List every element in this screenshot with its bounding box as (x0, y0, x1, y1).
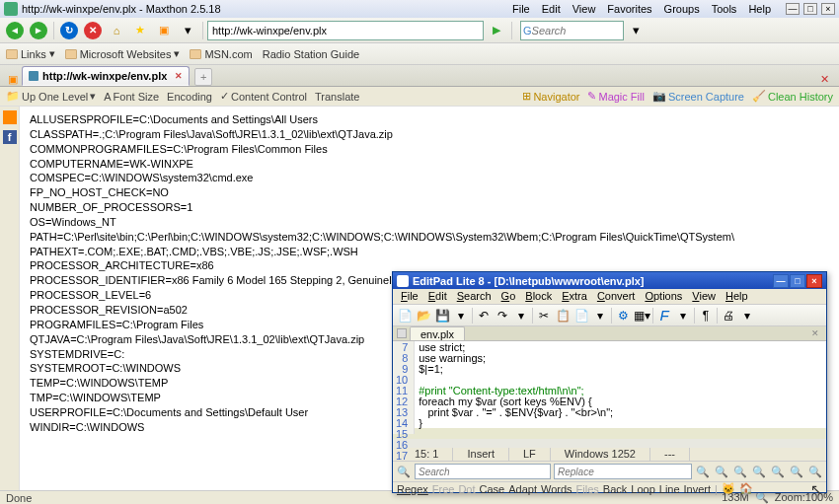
editpad-minimize-button[interactable]: — (773, 274, 789, 288)
redo-dropdown-icon[interactable]: ▾ (512, 307, 530, 324)
editpad-opt-case[interactable]: Case (480, 483, 505, 495)
close-button[interactable]: × (821, 3, 835, 15)
copy-icon[interactable]: 📋 (554, 307, 572, 324)
links-folder[interactable]: Links ▾ (6, 47, 55, 60)
search-box[interactable]: G (520, 21, 624, 40)
search-all-icon[interactable]: 🔍 (732, 464, 748, 479)
screen-capture-button[interactable]: 📷Screen Capture (652, 90, 744, 103)
close-all-tabs-button[interactable]: ✕ (814, 73, 835, 86)
menu-groups[interactable]: Groups (659, 1, 705, 17)
new-file-icon[interactable]: 📄 (396, 307, 414, 324)
content-control-button[interactable]: ✓Content Control (220, 90, 307, 103)
redo-icon[interactable]: ↷ (494, 307, 511, 324)
clean-history-button[interactable]: 🧹Clean History (752, 90, 833, 103)
browser-tab[interactable]: http://wk-winxpe/env.plx ✕ (22, 66, 190, 86)
address-bar[interactable] (207, 21, 484, 40)
link-ms-websites[interactable]: Microsoft Websites ▾ (65, 47, 181, 60)
editpad-maximize-button[interactable]: □ (790, 274, 805, 288)
editpad-menu-convert[interactable]: Convert (593, 289, 640, 304)
up-one-level-button[interactable]: 📁Up One Level ▾ (6, 90, 96, 103)
editpad-menu-options[interactable]: Options (641, 289, 686, 304)
editpad-editor[interactable]: 7 8 9 10 11 12 13 14 15 16 17 use strict… (393, 341, 826, 435)
font-size-button[interactable]: A Font Size (104, 91, 159, 103)
editpad-opt-back[interactable]: Back (603, 483, 627, 495)
editpad-opt-loop[interactable]: Loop (631, 483, 654, 495)
print-icon[interactable]: 🖨 (720, 307, 737, 324)
settings-icon[interactable]: ⚙ (614, 307, 632, 324)
back-button[interactable]: ◄ (4, 20, 26, 41)
history-button[interactable]: ▾ (177, 20, 198, 41)
wrap-icon[interactable]: ¶ (697, 307, 715, 324)
editpad-close-button[interactable]: × (806, 274, 822, 288)
editpad-opt-regex[interactable]: Regex (397, 483, 428, 495)
editpad-menu-edit[interactable]: Edit (424, 289, 451, 304)
editpad-menu-extra[interactable]: Extra (558, 289, 591, 304)
editpad-menu-block[interactable]: Block (521, 289, 556, 304)
search-input[interactable] (532, 25, 621, 36)
go-button[interactable]: ▶ (486, 20, 507, 41)
search-zoom-icon[interactable]: 🔍 (770, 464, 786, 479)
forward-button[interactable]: ► (28, 20, 49, 41)
editpad-mascot-icon[interactable]: 🐱 (722, 482, 735, 495)
search-opt-icon[interactable]: 🔍 (789, 464, 804, 479)
editpad-opt-free[interactable]: Free (432, 483, 455, 495)
editpad-home-icon[interactable]: 🏠 (739, 482, 753, 495)
tab-close-button[interactable]: ✕ (175, 71, 183, 81)
undo-icon[interactable]: ↶ (475, 307, 493, 324)
stop-button[interactable]: ✕ (82, 20, 104, 41)
editpad-menu-help[interactable]: Help (722, 289, 752, 304)
editpad-replace-input[interactable] (554, 464, 692, 479)
editpad-opt-files[interactable]: Files (576, 483, 599, 495)
link-radio[interactable]: Radio Station Guide (263, 48, 359, 60)
font-icon[interactable]: F (655, 307, 673, 324)
save-dropdown-icon[interactable]: ▾ (452, 307, 470, 324)
editpad-menu-view[interactable]: View (688, 289, 720, 304)
editpad-menu-file[interactable]: File (397, 289, 422, 304)
magic-fill-button[interactable]: ✎Magic Fill (587, 90, 644, 103)
font-dropdown-icon[interactable]: ▾ (674, 307, 692, 324)
editpad-menu-go[interactable]: Go (497, 289, 520, 304)
menu-help[interactable]: Help (743, 1, 776, 17)
editpad-search-input[interactable] (415, 464, 551, 479)
editpad-file-tab[interactable]: env.plx (410, 326, 465, 340)
home-button[interactable]: ⌂ (106, 20, 127, 41)
editpad-code[interactable]: use strict; use warnings; $|=1; #print "… (415, 341, 826, 434)
open-file-icon[interactable]: 📂 (415, 307, 432, 324)
menu-tools[interactable]: Tools (707, 1, 742, 17)
new-tab-button[interactable]: + (194, 68, 212, 86)
translate-button[interactable]: Translate (315, 91, 359, 103)
editpad-opt-dot[interactable]: Dot (458, 483, 475, 495)
search-hl-icon[interactable]: 🔍 (751, 464, 767, 479)
editpad-tab-close[interactable]: ✕ (808, 328, 822, 338)
menu-file[interactable]: File (507, 1, 535, 17)
save-file-icon[interactable]: 💾 (433, 307, 451, 324)
maximize-button[interactable]: □ (803, 3, 817, 15)
search-icon[interactable]: 🔍 (396, 464, 412, 479)
favorites-button[interactable]: ★ (129, 20, 151, 41)
sidebar-fb-icon[interactable]: f (3, 130, 17, 144)
palette-icon[interactable]: ▦▾ (633, 307, 650, 324)
menu-view[interactable]: View (568, 1, 601, 17)
encoding-button[interactable]: Encoding (167, 91, 212, 103)
feeds-button[interactable]: ▣ (153, 20, 175, 41)
search-dropdown[interactable]: ▾ (626, 20, 648, 41)
minimize-button[interactable]: — (786, 3, 800, 15)
rss-icon[interactable]: ▣ (8, 73, 18, 86)
menu-favorites[interactable]: Favorites (602, 1, 656, 17)
cut-icon[interactable]: ✂ (535, 307, 553, 324)
editpad-opt-words[interactable]: Words (541, 483, 572, 495)
refresh-button[interactable]: ↻ (58, 20, 80, 41)
navigator-button[interactable]: ⊞Navigator (522, 90, 579, 103)
editpad-titlebar[interactable]: EditPad Lite 8 - [D:\Inetpub\wwwroot\env… (393, 272, 826, 289)
menu-edit[interactable]: Edit (537, 1, 566, 17)
link-msn[interactable]: MSN.com (190, 48, 252, 60)
sidebar-rss-icon[interactable] (3, 110, 17, 124)
editpad-opt-invert[interactable]: Invert (684, 483, 712, 495)
editpad-opt-line[interactable]: Line (659, 483, 680, 495)
paste-dropdown-icon[interactable]: ▾ (591, 307, 609, 324)
editpad-menu-search[interactable]: Search (453, 289, 496, 304)
search-next-icon[interactable]: 🔍 (714, 464, 729, 479)
editpad-opt-adapt[interactable]: Adapt (508, 483, 537, 495)
editpad-window[interactable]: EditPad Lite 8 - [D:\Inetpub\wwwroot\env… (392, 271, 827, 493)
print-dropdown-icon[interactable]: ▾ (738, 307, 756, 324)
